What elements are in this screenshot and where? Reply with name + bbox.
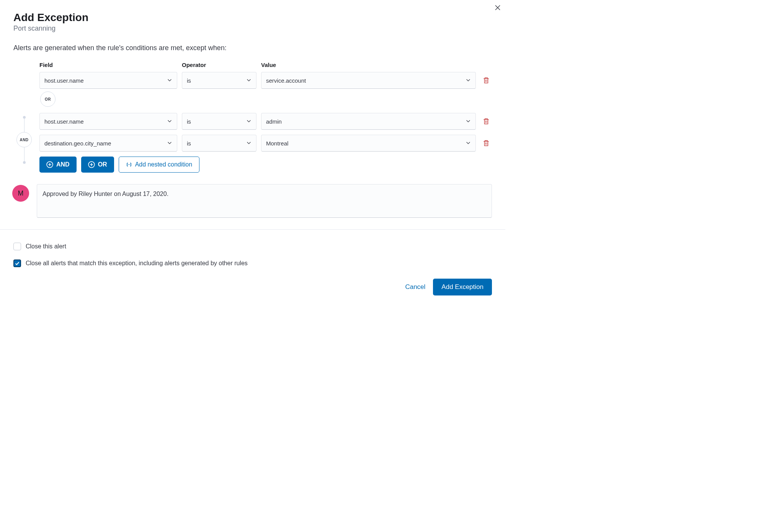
chevron-down-icon [466, 140, 471, 147]
field-select[interactable]: host.user.name [39, 113, 177, 130]
svg-point-3 [129, 164, 129, 165]
plus-circle-icon [46, 161, 53, 168]
delete-condition-button[interactable] [480, 77, 492, 84]
connector-dot [23, 161, 26, 164]
column-header-field: Field [39, 62, 177, 68]
modal-subtitle: Port scanning [13, 24, 492, 33]
checkbox-row: Close all alerts that match this excepti… [13, 259, 492, 267]
button-label: OR [98, 161, 107, 168]
condition-row: destination.geo.city_name is Montreal [39, 135, 492, 152]
field-select[interactable]: host.user.name [39, 72, 177, 89]
condition-row: host.user.name is service.account [39, 72, 492, 89]
value-select[interactable]: Montreal [261, 135, 476, 152]
and-operator-badge: AND [16, 132, 32, 147]
avatar: M [12, 185, 29, 202]
field-value: destination.geo.city_name [44, 140, 111, 147]
modal-title: Add Exception [13, 11, 492, 24]
column-header-value: Value [261, 62, 476, 68]
chevron-down-icon [466, 118, 471, 125]
comment-text: Approved by Riley Hunter on August 17, 2… [42, 191, 168, 197]
condition-row: host.user.name is admin [39, 113, 492, 130]
value-select[interactable]: admin [261, 113, 476, 130]
chevron-down-icon [466, 77, 471, 84]
operator-value: is [187, 118, 191, 125]
value-text: Montreal [266, 140, 288, 147]
logic-button-row: AND OR Add nested condition [39, 157, 492, 173]
operator-select[interactable]: is [182, 72, 256, 89]
check-icon [15, 261, 20, 266]
button-label: Add nested condition [135, 161, 192, 168]
chevron-down-icon [246, 140, 252, 147]
delete-condition-button[interactable] [480, 118, 492, 125]
checkbox-label: Close all alerts that match this excepti… [26, 260, 248, 267]
value-text: admin [266, 118, 282, 125]
add-nested-condition-button[interactable]: Add nested condition [119, 157, 199, 173]
cancel-button[interactable]: Cancel [405, 283, 425, 291]
or-operator-badge: OR [40, 91, 56, 107]
add-and-button[interactable]: AND [39, 157, 77, 173]
chevron-down-icon [167, 118, 172, 125]
field-value: host.user.name [44, 118, 84, 125]
column-header-operator: Operator [182, 62, 256, 68]
button-label: AND [56, 161, 70, 168]
column-headers: Field Operator Value [39, 62, 492, 68]
plus-circle-icon [88, 161, 95, 168]
field-select[interactable]: destination.geo.city_name [39, 135, 177, 152]
close-icon[interactable] [495, 5, 501, 12]
checkbox-label: Close this alert [26, 243, 66, 250]
value-text: service.account [266, 77, 306, 84]
delete-condition-button[interactable] [480, 140, 492, 147]
footer-buttons: Cancel Add Exception [13, 279, 492, 295]
value-select[interactable]: service.account [261, 72, 476, 89]
add-or-button[interactable]: OR [81, 157, 114, 173]
checkbox-section: Close this alert Close all alerts that m… [13, 230, 492, 267]
operator-value: is [187, 77, 191, 84]
trash-icon [483, 77, 490, 84]
svg-point-2 [128, 164, 129, 165]
description-text: Alerts are generated when the rule's con… [13, 44, 492, 52]
svg-point-4 [129, 164, 130, 165]
chevron-down-icon [167, 140, 172, 147]
operator-select[interactable]: is [182, 113, 256, 130]
add-exception-button[interactable]: Add Exception [433, 279, 492, 295]
operator-select[interactable]: is [182, 135, 256, 152]
chevron-down-icon [167, 77, 172, 84]
close-alert-checkbox[interactable] [13, 243, 21, 250]
operator-value: is [187, 140, 191, 147]
comment-section: M Approved by Riley Hunter on August 17,… [13, 184, 492, 218]
connector-dot [23, 116, 26, 119]
conditions-area: AND Field Operator Value host.user.name … [13, 62, 492, 173]
chevron-down-icon [246, 118, 252, 125]
comment-input[interactable]: Approved by Riley Hunter on August 17, 2… [37, 184, 492, 218]
field-value: host.user.name [44, 77, 84, 84]
trash-icon [483, 118, 490, 125]
nested-icon [126, 162, 132, 168]
chevron-down-icon [246, 77, 252, 84]
close-all-alerts-checkbox[interactable] [13, 259, 21, 267]
checkbox-row: Close this alert [13, 243, 492, 250]
add-exception-modal: Add Exception Port scanning Alerts are g… [0, 0, 505, 307]
trash-icon [483, 140, 490, 147]
